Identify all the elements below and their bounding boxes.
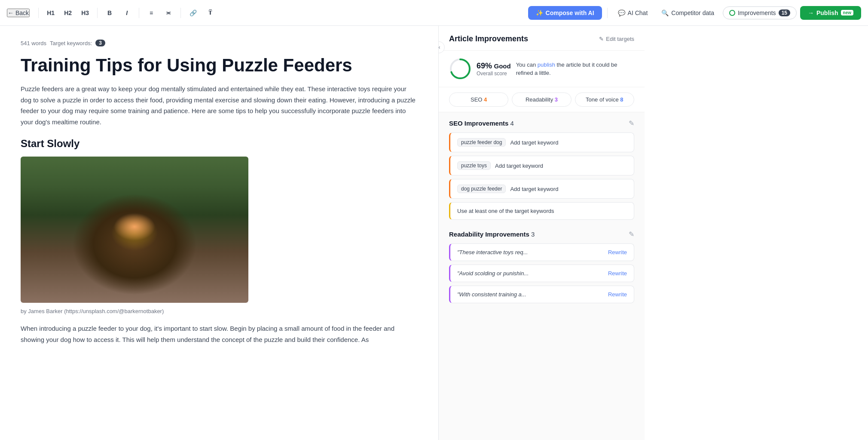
publish-label: Publish: [816, 9, 838, 16]
score-circle-svg: [449, 58, 471, 80]
toolbar-divider-4: [180, 8, 181, 18]
article-intro[interactable]: Puzzle feeders are a great way to keep y…: [21, 83, 418, 127]
dog-image-inner: [21, 157, 248, 303]
edit-targets-label: Edit targets: [606, 36, 634, 42]
panel-title: Article Improvements: [449, 34, 528, 43]
improvements-button[interactable]: Improvements 15: [723, 6, 797, 19]
seo-item-3-text: Add target keyword: [510, 186, 627, 192]
dog-image: [21, 157, 248, 303]
readability-count: 3: [555, 96, 558, 103]
seo-count: 4: [484, 96, 487, 103]
seo-item-4: Use at least one of the target keywords: [449, 202, 634, 220]
clear-format-button[interactable]: T̅: [203, 6, 217, 20]
readability-section-title: Readability Improvements 3: [449, 231, 535, 238]
italic-button[interactable]: I: [120, 6, 134, 20]
seo-edit-button[interactable]: ✎: [629, 119, 634, 127]
h2-button[interactable]: H2: [61, 6, 75, 20]
tab-tone-of-voice[interactable]: Tone of voice 8: [575, 92, 634, 107]
ai-chat-label: AI Chat: [628, 9, 648, 16]
toolbar: ← Back H1 H2 H3 B I ≡ ≍ 🔗 T̅ ✨ Compose w…: [0, 0, 868, 26]
compose-icon: ✨: [536, 9, 543, 16]
meta-row: 541 words Target keywords: 3: [21, 40, 418, 46]
new-badge: new: [841, 10, 853, 15]
keyword-tag-2: puzzle toys: [457, 161, 491, 170]
readability-rewrite-2[interactable]: Rewrite: [608, 270, 627, 277]
seo-section-title: SEO Improvements 4: [449, 120, 514, 127]
readability-rewrite-1[interactable]: Rewrite: [608, 249, 627, 255]
readability-quote-2: "Avoid scolding or punishin...: [457, 270, 604, 277]
article-title[interactable]: Training Tips for Using Puzzle Feeders: [21, 55, 418, 76]
h1-button[interactable]: H1: [44, 6, 58, 20]
publish-arrow-icon: →: [808, 9, 814, 16]
edit-icon: ✎: [599, 36, 604, 42]
back-label: Back: [15, 9, 29, 16]
score-percent: 69% Good: [477, 62, 511, 71]
tab-seo[interactable]: SEO 4: [449, 92, 508, 107]
readability-item-2: "Avoid scolding or punishin... Rewrite: [449, 265, 634, 282]
score-desc-prefix: You can: [516, 62, 538, 68]
ai-chat-icon: 💬: [618, 9, 625, 16]
ai-chat-button[interactable]: 💬 AI Chat: [613, 7, 653, 19]
toolbar-divider-2: [97, 8, 98, 18]
readability-quote-3: "With consistent training a...: [457, 291, 604, 298]
panel-header: Article Improvements ✎ Edit targets: [439, 26, 645, 51]
link-button[interactable]: 🔗: [186, 6, 200, 20]
toolbar-divider-3: [139, 8, 139, 18]
score-area: 69% Good Overall score You can publish t…: [439, 51, 645, 87]
seo-item-1: puzzle feeder dog Add target keyword: [449, 132, 634, 152]
seo-section-header: SEO Improvements 4 ✎: [449, 119, 634, 127]
readability-rewrite-3[interactable]: Rewrite: [608, 291, 627, 298]
toolbar-divider-1: [38, 8, 39, 18]
keyword-tag-3: dog puzzle feeder: [457, 185, 506, 193]
score-desc-link[interactable]: publish: [538, 62, 555, 68]
section1-heading[interactable]: Start Slowly: [21, 138, 418, 150]
seo-item-4-text: Use at least one of the target keywords: [457, 208, 627, 214]
bold-button[interactable]: B: [103, 6, 116, 20]
improvements-count-badge: 15: [779, 9, 790, 16]
edit-targets-button[interactable]: ✎ Edit targets: [599, 36, 634, 42]
h3-button[interactable]: H3: [78, 6, 92, 20]
article-body[interactable]: When introducing a puzzle feeder to your…: [21, 323, 418, 345]
improvements-circle-icon: [729, 10, 735, 16]
score-description: You can publish the article but it could…: [516, 61, 634, 77]
target-keywords-count: 3: [95, 40, 105, 46]
target-keywords-label: Target keywords:: [50, 40, 92, 46]
back-button[interactable]: ← Back: [7, 9, 30, 17]
seo-improvements-section: SEO Improvements 4 ✎ puzzle feeder dog A…: [439, 112, 645, 230]
readability-item-3: "With consistent training a... Rewrite: [449, 286, 634, 303]
improvements-label: Improvements: [738, 9, 776, 16]
readability-edit-button[interactable]: ✎: [629, 230, 634, 238]
readability-quote-1: "These interactive toys req...: [457, 249, 604, 255]
main-layout: 541 words Target keywords: 3 Training Ti…: [0, 26, 868, 440]
readability-improvements-section: Readability Improvements 3 ✎ "These inte…: [439, 230, 645, 314]
compose-label: Compose with AI: [546, 9, 594, 16]
tab-readability[interactable]: Readability 3: [512, 92, 571, 107]
publish-button[interactable]: → Publish new: [800, 6, 861, 20]
competitor-label: Competitor data: [671, 9, 714, 16]
seo-item-2-text: Add target keyword: [495, 163, 627, 169]
image-caption: by James Barker (https://unsplash.com/@b…: [21, 308, 418, 314]
score-label: Overall score: [477, 71, 511, 77]
seo-section-count: 4: [510, 120, 514, 127]
seo-item-1-text: Add target keyword: [510, 139, 627, 146]
score-info: 69% Good Overall score: [477, 62, 511, 77]
ordered-list-button[interactable]: ≍: [162, 6, 175, 20]
back-arrow-icon: ←: [8, 9, 14, 16]
keyword-tag-1: puzzle feeder dog: [457, 138, 506, 147]
readability-item-1: "These interactive toys req... Rewrite: [449, 243, 634, 261]
competitor-data-button[interactable]: 🔍 Competitor data: [656, 7, 719, 19]
right-panel: « Article Improvements ✎ Edit targets 69…: [438, 26, 645, 440]
score-circle: [449, 58, 471, 80]
unordered-list-button[interactable]: ≡: [144, 6, 158, 20]
word-count: 541 words: [21, 40, 46, 46]
compose-ai-button[interactable]: ✨ Compose with AI: [528, 6, 602, 20]
readability-section-header: Readability Improvements 3 ✎: [449, 230, 634, 238]
search-icon: 🔍: [661, 9, 669, 16]
score-tabs: SEO 4 Readability 3 Tone of voice 8: [439, 87, 645, 112]
tone-count: 8: [620, 96, 623, 103]
toolbar-divider-5: [607, 8, 608, 18]
seo-item-3: dog puzzle feeder Add target keyword: [449, 179, 634, 199]
seo-item-2: puzzle toys Add target keyword: [449, 156, 634, 175]
editor-area[interactable]: 541 words Target keywords: 3 Training Ti…: [0, 26, 438, 440]
